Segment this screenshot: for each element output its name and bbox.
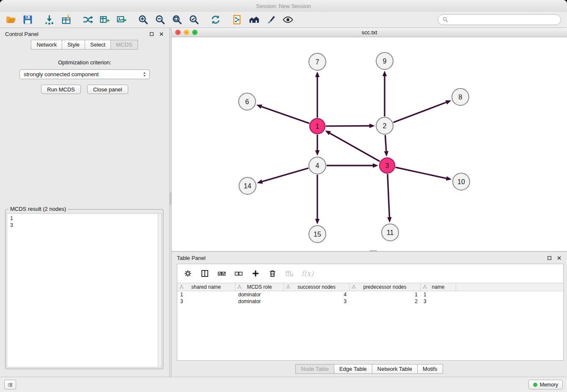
zoom-in-icon xyxy=(138,14,149,25)
save-button[interactable] xyxy=(22,14,33,25)
table-row[interactable]: 3dominator323 xyxy=(177,298,563,305)
column-header-mcds-role[interactable]: MCDS role xyxy=(235,283,284,291)
table-row[interactable]: 1dominator411 xyxy=(177,291,563,298)
run-mcds-button[interactable]: Run MCDS xyxy=(41,85,81,94)
table-panel-float-button[interactable] xyxy=(547,255,552,261)
control-panel-header: Control Panel xyxy=(0,28,169,40)
column-header-shared-name[interactable]: shared name xyxy=(177,283,235,291)
minimize-traffic-light-button[interactable] xyxy=(184,30,189,35)
edge-arrow xyxy=(315,72,320,77)
control-panel-float-button[interactable] xyxy=(149,31,154,37)
edge-4-14[interactable] xyxy=(262,168,308,182)
select-all-button[interactable] xyxy=(217,268,227,279)
app-window: Session: New Session Control Panel Netwo… xyxy=(0,0,567,392)
memory-button[interactable]: Memory xyxy=(528,380,563,389)
zoom-in-button[interactable] xyxy=(138,14,149,25)
edge-3-11[interactable] xyxy=(388,174,390,217)
close-traffic-light-button[interactable] xyxy=(175,30,181,35)
tab-select[interactable]: Select xyxy=(85,40,111,50)
node-label-10: 10 xyxy=(457,178,465,185)
network-canvas[interactable]: 7968124314101511 xyxy=(172,37,567,251)
table-cell: 1 xyxy=(421,292,456,298)
column-header-label: shared name xyxy=(191,284,221,290)
mcds-result-title: MCDS result (2 nodes) xyxy=(8,206,68,212)
style-button[interactable] xyxy=(265,14,277,25)
edge-arrow xyxy=(315,219,320,224)
column-header-predecessor-nodes[interactable]: predecessor nodes xyxy=(350,283,421,291)
node-label-14: 14 xyxy=(244,182,251,190)
home-button[interactable] xyxy=(248,14,260,25)
column-header-label: successor nodes xyxy=(297,284,336,290)
export-network-button[interactable] xyxy=(99,14,110,25)
edge-1-2[interactable] xyxy=(326,126,369,126)
shuffle-network-button[interactable] xyxy=(82,14,94,25)
open-folder-button[interactable] xyxy=(5,14,17,25)
toolbar-group xyxy=(5,14,33,25)
close-panel-button[interactable]: Close panel xyxy=(87,85,128,94)
columns-icon xyxy=(201,269,209,278)
edge-1-6[interactable] xyxy=(261,107,309,124)
import-network-button[interactable] xyxy=(44,14,55,25)
toolbar-group xyxy=(44,14,72,25)
window-title: Session: New Session xyxy=(256,3,311,9)
export-image-button[interactable] xyxy=(116,14,127,25)
node-label-7: 7 xyxy=(316,58,319,66)
tab-network-table[interactable]: Network Table xyxy=(372,364,418,374)
clear-selection-icon xyxy=(234,269,243,278)
hierarchy-icon xyxy=(237,284,242,290)
column-header-successor-nodes[interactable]: successor nodes xyxy=(284,283,350,291)
result-line: 1 xyxy=(10,215,155,222)
table-panel-close-button[interactable] xyxy=(556,255,562,261)
task-history-button[interactable] xyxy=(4,380,16,389)
table-body: f(x) shared nameMCDS rolesuccessor nodes… xyxy=(177,264,564,361)
edge-arrow xyxy=(373,163,378,168)
status-bar: Memory xyxy=(0,377,567,392)
columns-button[interactable] xyxy=(200,268,210,279)
zoom-out-button[interactable] xyxy=(154,14,166,25)
result-line: 3 xyxy=(10,222,155,229)
toolbar-group xyxy=(138,14,200,25)
node-label-11: 11 xyxy=(387,229,394,236)
tab-mcds[interactable]: MCDS xyxy=(110,40,138,50)
zoom-fit-button[interactable] xyxy=(171,14,183,25)
tab-motifs[interactable]: Motifs xyxy=(417,364,443,374)
clone-network-button[interactable] xyxy=(231,14,243,25)
edge-2-3[interactable] xyxy=(385,135,386,151)
control-panel-title: Control Panel xyxy=(5,31,39,37)
column-header-name[interactable]: name xyxy=(421,283,456,291)
network-window-title: scc.txt xyxy=(172,29,567,36)
gear-button[interactable] xyxy=(183,268,193,279)
import-table-button[interactable] xyxy=(61,14,72,25)
edge-arrow xyxy=(445,100,451,105)
eye-button[interactable] xyxy=(282,14,294,25)
zoom-selected-button[interactable] xyxy=(188,14,200,25)
edge-arrow xyxy=(256,105,262,109)
hierarchy-icon xyxy=(351,284,356,290)
refresh-button[interactable] xyxy=(210,14,221,25)
tab-edge-table[interactable]: Edge Table xyxy=(334,364,372,374)
search-input[interactable] xyxy=(451,17,556,23)
table-rows: 1dominator4113dominator323 xyxy=(177,291,563,305)
edge-3-1[interactable] xyxy=(330,133,380,161)
control-panel-close-button[interactable] xyxy=(159,31,164,37)
gear-icon xyxy=(184,269,192,278)
optimization-label: Optimization criterion: xyxy=(0,59,169,66)
splitter-handle[interactable] xyxy=(170,193,171,204)
search-box[interactable] xyxy=(438,14,561,25)
result-scrollbar[interactable] xyxy=(158,213,162,367)
tab-network[interactable]: Network xyxy=(31,40,62,50)
edge-arrow xyxy=(315,150,320,156)
edge-3-10[interactable] xyxy=(396,167,446,178)
edge-2-8[interactable] xyxy=(394,102,446,122)
tab-node-table[interactable]: Node Table xyxy=(295,364,334,374)
add-row-button[interactable] xyxy=(250,268,261,279)
zoom-traffic-light-button[interactable] xyxy=(192,30,198,35)
node-label-6: 6 xyxy=(245,98,249,105)
tab-style[interactable]: Style xyxy=(62,40,85,50)
clear-selection-button[interactable] xyxy=(234,268,244,279)
node-label-3: 3 xyxy=(385,162,389,169)
criterion-select[interactable]: strongly connected component xyxy=(19,69,150,79)
trash-button[interactable] xyxy=(267,268,278,279)
table-cell: 1 xyxy=(350,292,421,298)
style-icon xyxy=(266,14,276,25)
